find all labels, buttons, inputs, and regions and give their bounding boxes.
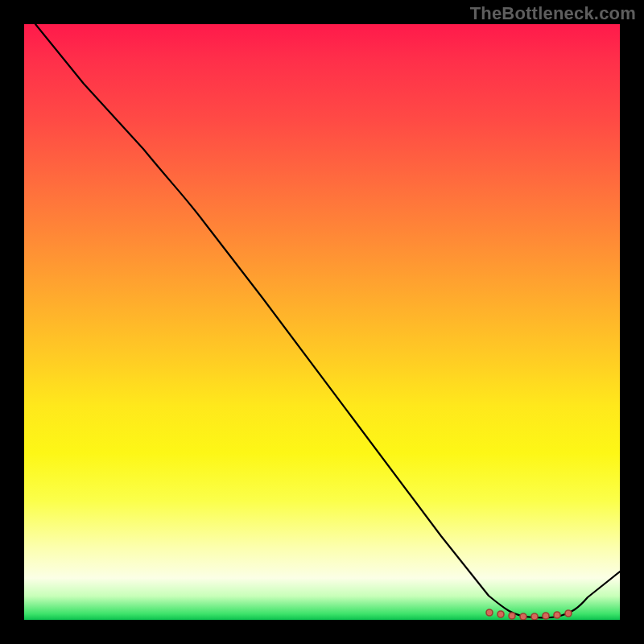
chart-frame: TheBottleneck.com xyxy=(0,0,644,644)
optimal-dot xyxy=(497,611,504,617)
optimal-dot xyxy=(554,612,560,618)
overlay-svg xyxy=(24,24,620,620)
optimal-range-dots xyxy=(486,609,572,620)
optimal-dot xyxy=(565,610,572,617)
bottleneck-curve xyxy=(35,24,620,617)
optimal-dot xyxy=(543,613,549,619)
optimal-dot xyxy=(486,609,493,616)
plot-area xyxy=(24,24,620,620)
watermark-text: TheBottleneck.com xyxy=(470,3,636,24)
plot-inner xyxy=(24,24,620,620)
optimal-dot xyxy=(531,613,538,620)
optimal-dot xyxy=(520,613,526,620)
optimal-dot xyxy=(509,613,515,619)
